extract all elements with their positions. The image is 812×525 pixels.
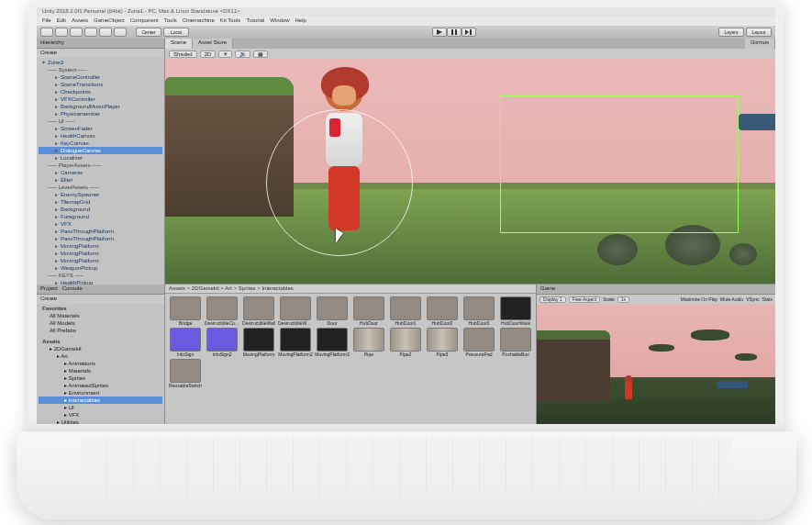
shading-mode-dropdown[interactable]: Shaded — [169, 50, 197, 58]
tab-project[interactable]: Project — [40, 285, 58, 291]
fav-all-materials[interactable]: All Materials — [39, 312, 162, 319]
hierarchy-item[interactable]: ▸TilemapGrid — [39, 198, 162, 206]
scene-audio-toggle[interactable]: 🔊 — [235, 50, 250, 58]
hierarchy-item[interactable]: ▸WeaponPickup — [39, 264, 162, 272]
scene-viewport[interactable] — [165, 59, 775, 284]
asset-item[interactable]: PushableBox — [498, 328, 533, 357]
menu-component[interactable]: Component — [130, 17, 159, 25]
game-mute-toggle[interactable]: Mute Audio — [720, 296, 743, 302]
2d-toggle[interactable]: 2D — [200, 50, 217, 58]
gizmos-dropdown[interactable]: Gizmos — [745, 39, 775, 49]
asset-item[interactable]: MovingPlatform3 — [315, 328, 350, 357]
hierarchy-item[interactable]: ▸PassThroughPlatform — [39, 235, 162, 242]
assets-grid[interactable]: BridgeDestructibleColumnDestructibleWall… — [165, 294, 536, 424]
hierarchy-item[interactable]: ▸KeyCanvas — [39, 140, 162, 147]
assets-header[interactable]: Assets — [39, 338, 162, 345]
hierarchy-item[interactable]: ▸HealthCanvas — [39, 132, 162, 140]
hierarchy-item[interactable]: ▸SceneController — [39, 73, 162, 81]
game-maximize-toggle[interactable]: Maximize On Play — [681, 296, 717, 302]
scale-tool-button[interactable] — [84, 28, 97, 37]
asset-item[interactable]: InfoSign — [168, 328, 203, 357]
hierarchy-item[interactable]: ▸EnemySpawner — [39, 191, 162, 198]
hierarchy-item[interactable]: ▸VFX — [39, 220, 162, 228]
hierarchy-item[interactable]: ----- System ----- — [39, 66, 162, 73]
play-button[interactable] — [432, 28, 447, 37]
assets-breadcrumb[interactable]: Assets > 2DGamekit > Art > Sprites > Int… — [165, 285, 536, 294]
hierarchy-item[interactable]: ▸Checkpoints — [39, 88, 162, 95]
tab-scene[interactable]: Scene — [165, 39, 193, 49]
project-folder[interactable]: ▸ UI — [39, 404, 162, 411]
hierarchy-tab[interactable]: Hierarchy — [37, 39, 164, 49]
asset-item[interactable]: HubDoor2 — [425, 296, 460, 326]
hierarchy-item[interactable]: ▸BackgroundMusicPlayer — [39, 103, 162, 110]
game-aspect-dropdown[interactable]: Free Aspect — [569, 296, 601, 303]
project-folder[interactable]: ▸ Utilities — [39, 419, 162, 424]
asset-item[interactable]: HubDoor — [351, 296, 386, 326]
fav-all-prefabs[interactable]: All Prefabs — [39, 327, 162, 334]
menu-tutorial[interactable]: Tutorial — [246, 17, 264, 25]
hierarchy-item[interactable]: ▸ScreenFader — [39, 125, 162, 132]
asset-item[interactable]: DestructibleWall2 — [278, 296, 313, 326]
rect-tool-button[interactable] — [99, 28, 112, 37]
hierarchy-item[interactable]: ▸Ellen — [39, 176, 162, 184]
scene-light-toggle[interactable]: ☀ — [218, 50, 232, 58]
asset-item[interactable]: Pipe3 — [425, 328, 460, 357]
hierarchy-item[interactable]: ----- LevelAssets ----- — [39, 184, 162, 191]
game-stats-toggle[interactable]: Stats — [762, 296, 773, 302]
pivot-toggle[interactable]: Center — [136, 28, 161, 37]
asset-item[interactable]: ReusableSwitch — [168, 359, 203, 388]
asset-item[interactable]: MovingPlatform2 — [278, 328, 313, 357]
menu-assets[interactable]: Assets — [72, 17, 88, 25]
gizmo-camera-bounds[interactable] — [500, 95, 739, 233]
asset-item[interactable]: Pipe2 — [388, 328, 423, 357]
hierarchy-item[interactable]: ▸Localizer — [39, 154, 162, 162]
hierarchy-item[interactable]: ▸Cameras — [39, 169, 162, 176]
project-folder[interactable]: ▸ Materials — [39, 367, 162, 374]
space-toggle[interactable]: Local — [163, 28, 189, 37]
asset-item[interactable]: HubDoor3 — [462, 296, 496, 326]
project-create-dropdown[interactable]: Create — [40, 296, 57, 303]
project-folder[interactable]: ▸ Art — [39, 352, 162, 360]
tab-console[interactable]: Console — [62, 285, 83, 291]
hierarchy-item[interactable]: ▸MovingPlatform — [39, 257, 162, 264]
asset-item[interactable]: Door — [315, 296, 350, 326]
pause-button[interactable] — [447, 28, 462, 37]
game-display-dropdown[interactable]: Display 1 — [539, 296, 566, 303]
project-folder[interactable]: ▸ Sprites — [39, 374, 162, 382]
step-button[interactable] — [462, 28, 476, 37]
project-folder[interactable]: ▸ VFX — [39, 411, 162, 419]
asset-item[interactable]: Bridge — [168, 296, 203, 326]
hierarchy-item[interactable]: ▸DialogueCanvas — [39, 147, 162, 154]
asset-item[interactable]: PressurePad — [462, 328, 496, 357]
hierarchy-item[interactable]: ▸VFXController — [39, 95, 162, 103]
project-tree[interactable]: Favorites All Materials All Models All P… — [37, 304, 164, 424]
scene-root[interactable]: ▾Zone3 — [39, 59, 162, 66]
project-folder[interactable]: ▸ Interactables — [39, 397, 162, 404]
asset-item[interactable]: MovingPlatform — [241, 328, 276, 357]
asset-item[interactable]: DestructibleColumn — [205, 296, 239, 326]
menu-gameobject[interactable]: GameObject — [94, 17, 125, 25]
hierarchy-item[interactable]: ▸SceneTransitions — [39, 81, 162, 88]
asset-item[interactable]: Pipe — [351, 328, 386, 357]
asset-item[interactable]: HubDoor1 — [388, 296, 423, 326]
hand-tool-button[interactable] — [40, 28, 53, 37]
menu-kittools[interactable]: Kit Tools — [220, 17, 241, 25]
project-folder[interactable]: ▸ AnimatedSprites — [39, 382, 162, 389]
menu-window[interactable]: Window — [270, 17, 289, 25]
menu-edit[interactable]: Edit — [57, 17, 66, 25]
hierarchy-tree[interactable]: ▾Zone3 ----- System -----▸SceneControlle… — [37, 58, 164, 285]
asset-item[interactable]: InfoSign2 — [205, 328, 239, 357]
asset-item[interactable]: DestructibleWall — [241, 296, 276, 326]
hierarchy-item[interactable]: ▸MovingPlatform — [39, 242, 162, 250]
fav-all-models[interactable]: All Models — [39, 319, 162, 327]
hierarchy-item[interactable]: ▸Foreground — [39, 213, 162, 220]
rotate-tool-button[interactable] — [70, 28, 83, 37]
tab-game[interactable]: Game — [537, 285, 775, 295]
transform-tool-button[interactable] — [114, 28, 127, 37]
menu-help[interactable]: Help — [295, 17, 306, 25]
hierarchy-item[interactable]: ▸Physicamember — [39, 110, 162, 117]
layout-dropdown[interactable]: Layout — [746, 28, 772, 37]
hierarchy-create-dropdown[interactable]: Create — [40, 50, 57, 57]
project-folder[interactable]: ▸ 2DGamekit — [39, 345, 162, 352]
menu-tools[interactable]: Tools — [164, 17, 177, 25]
